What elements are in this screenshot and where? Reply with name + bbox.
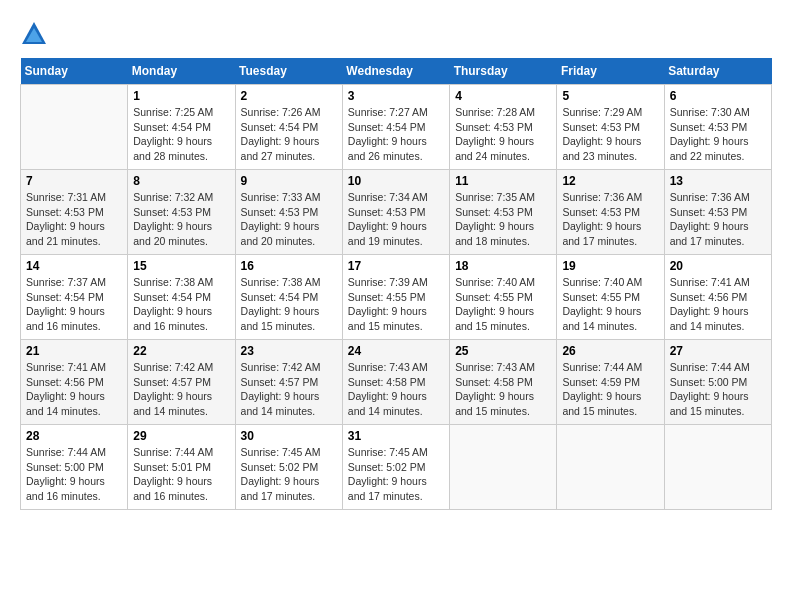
calendar-day-cell: 19Sunrise: 7:40 AM Sunset: 4:55 PM Dayli… [557, 255, 664, 340]
calendar-day-cell: 2Sunrise: 7:26 AM Sunset: 4:54 PM Daylig… [235, 85, 342, 170]
day-info: Sunrise: 7:40 AM Sunset: 4:55 PM Dayligh… [455, 275, 551, 334]
calendar-day-cell: 26Sunrise: 7:44 AM Sunset: 4:59 PM Dayli… [557, 340, 664, 425]
day-number: 1 [133, 89, 229, 103]
day-info: Sunrise: 7:33 AM Sunset: 4:53 PM Dayligh… [241, 190, 337, 249]
day-info: Sunrise: 7:42 AM Sunset: 4:57 PM Dayligh… [133, 360, 229, 419]
day-number: 22 [133, 344, 229, 358]
day-info: Sunrise: 7:43 AM Sunset: 4:58 PM Dayligh… [455, 360, 551, 419]
calendar-day-cell: 23Sunrise: 7:42 AM Sunset: 4:57 PM Dayli… [235, 340, 342, 425]
calendar-day-cell [450, 425, 557, 510]
day-info: Sunrise: 7:25 AM Sunset: 4:54 PM Dayligh… [133, 105, 229, 164]
day-number: 13 [670, 174, 766, 188]
day-info: Sunrise: 7:31 AM Sunset: 4:53 PM Dayligh… [26, 190, 122, 249]
day-info: Sunrise: 7:44 AM Sunset: 5:00 PM Dayligh… [670, 360, 766, 419]
day-number: 30 [241, 429, 337, 443]
day-info: Sunrise: 7:29 AM Sunset: 4:53 PM Dayligh… [562, 105, 658, 164]
calendar-day-header: Wednesday [342, 58, 449, 85]
day-number: 15 [133, 259, 229, 273]
day-info: Sunrise: 7:44 AM Sunset: 4:59 PM Dayligh… [562, 360, 658, 419]
calendar-day-cell: 14Sunrise: 7:37 AM Sunset: 4:54 PM Dayli… [21, 255, 128, 340]
day-info: Sunrise: 7:32 AM Sunset: 4:53 PM Dayligh… [133, 190, 229, 249]
calendar-day-header: Monday [128, 58, 235, 85]
day-number: 26 [562, 344, 658, 358]
calendar-day-cell: 12Sunrise: 7:36 AM Sunset: 4:53 PM Dayli… [557, 170, 664, 255]
day-info: Sunrise: 7:40 AM Sunset: 4:55 PM Dayligh… [562, 275, 658, 334]
calendar-day-cell: 24Sunrise: 7:43 AM Sunset: 4:58 PM Dayli… [342, 340, 449, 425]
day-number: 11 [455, 174, 551, 188]
logo [20, 20, 52, 48]
calendar-week-row: 7Sunrise: 7:31 AM Sunset: 4:53 PM Daylig… [21, 170, 772, 255]
calendar-day-cell [664, 425, 771, 510]
calendar-day-cell: 21Sunrise: 7:41 AM Sunset: 4:56 PM Dayli… [21, 340, 128, 425]
calendar-day-cell: 1Sunrise: 7:25 AM Sunset: 4:54 PM Daylig… [128, 85, 235, 170]
calendar-day-cell: 27Sunrise: 7:44 AM Sunset: 5:00 PM Dayli… [664, 340, 771, 425]
day-number: 21 [26, 344, 122, 358]
calendar-day-cell: 30Sunrise: 7:45 AM Sunset: 5:02 PM Dayli… [235, 425, 342, 510]
calendar-day-cell: 25Sunrise: 7:43 AM Sunset: 4:58 PM Dayli… [450, 340, 557, 425]
day-number: 5 [562, 89, 658, 103]
day-info: Sunrise: 7:45 AM Sunset: 5:02 PM Dayligh… [348, 445, 444, 504]
day-number: 8 [133, 174, 229, 188]
day-info: Sunrise: 7:36 AM Sunset: 4:53 PM Dayligh… [562, 190, 658, 249]
day-info: Sunrise: 7:35 AM Sunset: 4:53 PM Dayligh… [455, 190, 551, 249]
calendar-week-row: 1Sunrise: 7:25 AM Sunset: 4:54 PM Daylig… [21, 85, 772, 170]
day-info: Sunrise: 7:44 AM Sunset: 5:00 PM Dayligh… [26, 445, 122, 504]
day-info: Sunrise: 7:38 AM Sunset: 4:54 PM Dayligh… [241, 275, 337, 334]
day-number: 19 [562, 259, 658, 273]
calendar-day-cell: 13Sunrise: 7:36 AM Sunset: 4:53 PM Dayli… [664, 170, 771, 255]
day-number: 6 [670, 89, 766, 103]
day-info: Sunrise: 7:28 AM Sunset: 4:53 PM Dayligh… [455, 105, 551, 164]
calendar-day-cell: 5Sunrise: 7:29 AM Sunset: 4:53 PM Daylig… [557, 85, 664, 170]
day-number: 24 [348, 344, 444, 358]
day-number: 16 [241, 259, 337, 273]
day-info: Sunrise: 7:42 AM Sunset: 4:57 PM Dayligh… [241, 360, 337, 419]
day-info: Sunrise: 7:34 AM Sunset: 4:53 PM Dayligh… [348, 190, 444, 249]
day-number: 10 [348, 174, 444, 188]
page-header [20, 20, 772, 48]
calendar-day-header: Sunday [21, 58, 128, 85]
logo-icon [20, 20, 48, 48]
calendar-week-row: 28Sunrise: 7:44 AM Sunset: 5:00 PM Dayli… [21, 425, 772, 510]
day-info: Sunrise: 7:41 AM Sunset: 4:56 PM Dayligh… [670, 275, 766, 334]
day-info: Sunrise: 7:27 AM Sunset: 4:54 PM Dayligh… [348, 105, 444, 164]
day-info: Sunrise: 7:41 AM Sunset: 4:56 PM Dayligh… [26, 360, 122, 419]
calendar-day-cell [21, 85, 128, 170]
calendar-day-cell: 20Sunrise: 7:41 AM Sunset: 4:56 PM Dayli… [664, 255, 771, 340]
calendar-day-cell: 18Sunrise: 7:40 AM Sunset: 4:55 PM Dayli… [450, 255, 557, 340]
day-number: 4 [455, 89, 551, 103]
calendar-day-cell: 31Sunrise: 7:45 AM Sunset: 5:02 PM Dayli… [342, 425, 449, 510]
day-number: 14 [26, 259, 122, 273]
day-number: 2 [241, 89, 337, 103]
day-info: Sunrise: 7:44 AM Sunset: 5:01 PM Dayligh… [133, 445, 229, 504]
day-info: Sunrise: 7:45 AM Sunset: 5:02 PM Dayligh… [241, 445, 337, 504]
calendar-day-cell: 8Sunrise: 7:32 AM Sunset: 4:53 PM Daylig… [128, 170, 235, 255]
calendar-day-header: Saturday [664, 58, 771, 85]
calendar-day-cell: 4Sunrise: 7:28 AM Sunset: 4:53 PM Daylig… [450, 85, 557, 170]
day-number: 20 [670, 259, 766, 273]
day-number: 31 [348, 429, 444, 443]
calendar-day-cell: 29Sunrise: 7:44 AM Sunset: 5:01 PM Dayli… [128, 425, 235, 510]
calendar-day-header: Thursday [450, 58, 557, 85]
day-number: 3 [348, 89, 444, 103]
calendar-day-cell: 11Sunrise: 7:35 AM Sunset: 4:53 PM Dayli… [450, 170, 557, 255]
day-number: 23 [241, 344, 337, 358]
day-number: 17 [348, 259, 444, 273]
calendar-week-row: 21Sunrise: 7:41 AM Sunset: 4:56 PM Dayli… [21, 340, 772, 425]
day-info: Sunrise: 7:39 AM Sunset: 4:55 PM Dayligh… [348, 275, 444, 334]
calendar-day-cell: 7Sunrise: 7:31 AM Sunset: 4:53 PM Daylig… [21, 170, 128, 255]
day-number: 28 [26, 429, 122, 443]
day-number: 18 [455, 259, 551, 273]
day-number: 9 [241, 174, 337, 188]
calendar-day-header: Friday [557, 58, 664, 85]
calendar-header-row: SundayMondayTuesdayWednesdayThursdayFrid… [21, 58, 772, 85]
calendar-day-cell: 3Sunrise: 7:27 AM Sunset: 4:54 PM Daylig… [342, 85, 449, 170]
calendar-day-cell: 16Sunrise: 7:38 AM Sunset: 4:54 PM Dayli… [235, 255, 342, 340]
calendar-day-cell: 9Sunrise: 7:33 AM Sunset: 4:53 PM Daylig… [235, 170, 342, 255]
calendar-day-cell: 17Sunrise: 7:39 AM Sunset: 4:55 PM Dayli… [342, 255, 449, 340]
day-info: Sunrise: 7:26 AM Sunset: 4:54 PM Dayligh… [241, 105, 337, 164]
day-number: 29 [133, 429, 229, 443]
calendar-table: SundayMondayTuesdayWednesdayThursdayFrid… [20, 58, 772, 510]
day-info: Sunrise: 7:37 AM Sunset: 4:54 PM Dayligh… [26, 275, 122, 334]
day-info: Sunrise: 7:36 AM Sunset: 4:53 PM Dayligh… [670, 190, 766, 249]
calendar-day-cell [557, 425, 664, 510]
